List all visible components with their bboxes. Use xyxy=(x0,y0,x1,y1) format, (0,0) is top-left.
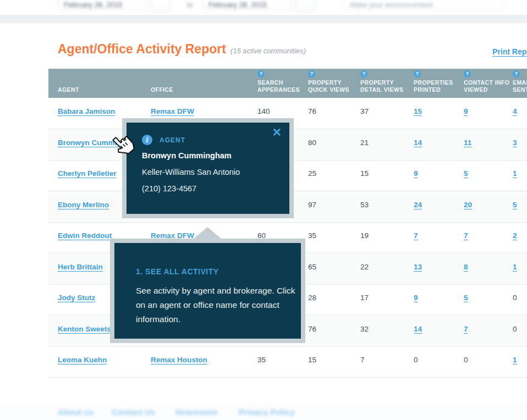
see-all-activity-tooltip: 1. SEE ALL ACTIVITY See activity by agen… xyxy=(110,239,305,343)
agent-link[interactable]: Jody Stutz xyxy=(58,294,95,302)
properties-printed-link[interactable]: 13 xyxy=(414,263,422,271)
table-header: AGENT OFFICE ?SEARCH APPERANCES ?PROPERT… xyxy=(48,69,527,98)
property-detail-views-value: 53 xyxy=(360,201,369,209)
emails-sent-link[interactable]: 1 xyxy=(513,356,517,364)
agent-link[interactable]: Edwin Reddout xyxy=(58,231,112,240)
office-link[interactable]: Remax DFW xyxy=(151,107,194,115)
property-quick-views-value: 76 xyxy=(308,107,316,115)
footer-link-newsroom[interactable]: Newsroom xyxy=(175,407,218,417)
properties-printed-link[interactable]: 9 xyxy=(414,169,418,178)
tooltip-step-title: 1. SEE ALL ACTIVITY xyxy=(136,267,219,276)
hand-cursor-icon xyxy=(110,134,135,159)
footer-link-contact-us[interactable]: Contact Us xyxy=(112,407,155,417)
column-header-properties-printed: ?PROPERTIES PRINTED xyxy=(414,69,464,98)
divider-band xyxy=(0,15,527,23)
column-header-office: OFFICE xyxy=(151,69,257,98)
office-link[interactable]: Remax Houston xyxy=(151,356,207,364)
property-detail-views-value: 21 xyxy=(360,139,369,147)
contact-info-viewed-link[interactable]: 7 xyxy=(464,231,468,240)
agent-link[interactable]: Babara Jamison xyxy=(58,107,115,115)
contact-info-viewed-link[interactable]: 5 xyxy=(464,169,468,178)
search-appearances-value: 140 xyxy=(257,107,270,115)
help-icon[interactable]: ? xyxy=(360,70,367,78)
emails-sent-link[interactable]: 5 xyxy=(513,201,517,209)
page-title: Agent/Office Activity Report(15 active c… xyxy=(58,42,306,57)
contact-info-viewed-link[interactable]: 11 xyxy=(464,139,471,147)
help-icon[interactable]: ? xyxy=(464,70,471,78)
date-range-to-label: to xyxy=(187,1,193,9)
property-quick-views-value: 25 xyxy=(308,169,316,178)
column-header-search-appearances: ?SEARCH APPERANCES xyxy=(257,69,308,98)
properties-printed-link[interactable]: 15 xyxy=(414,107,422,115)
emails-sent-link[interactable]: 3 xyxy=(513,139,517,147)
footer-link-about-us[interactable]: About us xyxy=(58,407,94,417)
property-detail-views-value: 17 xyxy=(360,294,369,302)
properties-printed-link[interactable]: 14 xyxy=(414,139,422,147)
property-detail-views-value: 32 xyxy=(360,325,369,333)
calendar-from-button[interactable] xyxy=(150,0,171,12)
column-label: SEARCH APPERANCES xyxy=(257,79,306,93)
tooltip-agent-label: AGENT xyxy=(160,136,185,144)
tooltip-step-body: See activity by agent and brokerage. Cli… xyxy=(136,284,301,327)
help-icon[interactable]: ? xyxy=(513,70,520,78)
property-quick-views-value: 28 xyxy=(308,294,316,302)
column-header-agent: AGENT xyxy=(48,69,151,98)
emails-sent-link[interactable]: 4 xyxy=(513,107,517,115)
contact-info-viewed-link[interactable]: 5 xyxy=(464,294,468,302)
property-detail-views-value: 37 xyxy=(360,107,369,115)
properties-printed-link[interactable]: 0 xyxy=(414,356,418,364)
table-row: Leoma Kuehn Remax Houston 35 15 7 0 0 1 xyxy=(48,346,527,378)
emails-sent-link[interactable]: 1 xyxy=(513,169,517,178)
property-detail-views-value: 19 xyxy=(360,231,369,240)
date-to-input[interactable]: February 28, 2015 xyxy=(202,0,292,10)
properties-printed-link[interactable]: 24 xyxy=(414,201,422,209)
emails-sent-link[interactable]: 0 xyxy=(513,325,517,333)
help-icon[interactable]: ? xyxy=(414,70,421,78)
agent-link[interactable]: Herb Brittain xyxy=(58,263,103,271)
tooltip-agent-name: Bronwyn Cummingham xyxy=(142,151,232,160)
contact-info-viewed-link[interactable]: 0 xyxy=(464,356,468,364)
footer-link-privacy-policy[interactable]: Privacy Policy xyxy=(239,407,295,417)
help-icon[interactable]: ? xyxy=(308,70,315,78)
tooltip-arrow-up xyxy=(193,227,222,239)
tooltip-agent-phone: (210) 123-4567 xyxy=(142,184,196,193)
properties-printed-link[interactable]: 9 xyxy=(414,294,418,302)
help-icon[interactable]: ? xyxy=(257,70,265,78)
properties-printed-link[interactable]: 7 xyxy=(414,231,418,240)
print-report-link[interactable]: Print Report xyxy=(492,47,527,56)
column-header-emails-sent: ?EMAILS SENT xyxy=(513,69,527,98)
search-appearances-value: 35 xyxy=(257,356,266,364)
close-icon[interactable]: ✕ xyxy=(272,126,282,139)
column-label: PROPERTIES PRINTED xyxy=(414,79,462,93)
emails-sent-link[interactable]: 2 xyxy=(513,231,517,240)
announcement-input[interactable]: Make your announcement xyxy=(344,0,503,10)
contact-info-viewed-link[interactable]: 7 xyxy=(464,325,468,333)
column-header-contact-info-viewed: ?CONTACT INFO VIEWED xyxy=(464,69,513,98)
column-label: OFFICE xyxy=(151,86,173,93)
property-quick-views-value: 80 xyxy=(308,139,316,147)
active-communities-subtitle: (15 active communities) xyxy=(230,47,306,55)
contact-info-viewed-link[interactable]: 20 xyxy=(464,201,472,209)
column-header-property-quick-views: ?PROPERTY QUICK VIEWS xyxy=(308,69,360,98)
calendar-to-button[interactable] xyxy=(295,0,316,12)
column-label: PROPERTY QUICK VIEWS xyxy=(308,79,358,93)
properties-printed-link[interactable]: 14 xyxy=(414,325,422,333)
agent-link[interactable]: Cherlyn Pelletier xyxy=(58,169,117,178)
property-detail-views-value: 22 xyxy=(360,263,369,271)
property-detail-views-value: 15 xyxy=(360,169,369,178)
date-from-input[interactable]: February 28, 2015 xyxy=(58,0,147,10)
property-quick-views-value: 97 xyxy=(308,201,316,209)
agent-link[interactable]: Ebony Merlino xyxy=(58,201,109,209)
contact-info-viewed-link[interactable]: 8 xyxy=(464,263,468,271)
agent-link[interactable]: Leoma Kuehn xyxy=(58,356,107,364)
property-quick-views-value: 35 xyxy=(308,231,316,240)
contact-info-viewed-link[interactable]: 9 xyxy=(464,107,468,115)
info-icon: i xyxy=(142,135,152,145)
emails-sent-link[interactable]: 0 xyxy=(513,294,517,302)
report-title-text: Agent/Office Activity Report xyxy=(58,42,226,56)
property-quick-views-value: 15 xyxy=(308,356,316,364)
agent-link[interactable]: Kenton Sweetser xyxy=(58,325,118,333)
emails-sent-link[interactable]: 1 xyxy=(513,263,517,271)
property-quick-views-value: 65 xyxy=(308,263,316,271)
agent-contact-tooltip: i AGENT ✕ Bronwyn Cummingham Keller-Will… xyxy=(122,118,294,218)
